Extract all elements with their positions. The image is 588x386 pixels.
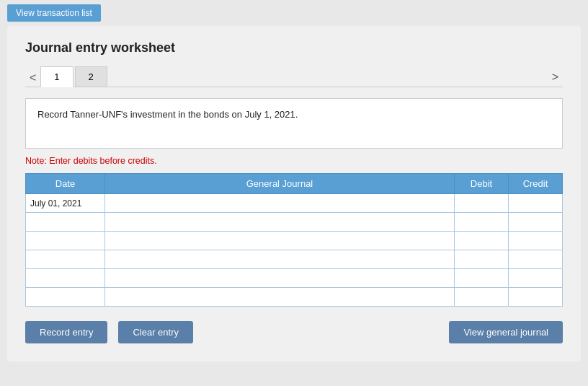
col-header-date: Date <box>26 174 105 194</box>
credit-cell <box>509 269 563 288</box>
debit-input[interactable] <box>455 288 508 306</box>
journal-input[interactable] <box>105 194 454 212</box>
date-cell <box>26 269 105 288</box>
worksheet-title: Journal entry worksheet <box>25 40 563 56</box>
debit-cell <box>455 213 509 232</box>
credit-cell <box>509 213 563 232</box>
tab-1[interactable]: 1 <box>40 66 73 87</box>
credit-cell <box>509 194 563 213</box>
debit-cell <box>455 194 509 213</box>
credit-input[interactable] <box>509 269 562 287</box>
date-cell: July 01, 2021 <box>26 194 105 213</box>
credit-input[interactable] <box>509 232 562 250</box>
date-input[interactable] <box>26 250 104 268</box>
debit-input[interactable] <box>455 213 508 231</box>
clear-entry-button[interactable]: Clear entry <box>118 321 193 343</box>
journal-cell <box>105 232 455 250</box>
table-row <box>26 269 563 288</box>
date-cell <box>26 232 105 250</box>
credit-input[interactable] <box>509 288 562 306</box>
journal-table: Date General Journal Debit Credit July 0… <box>25 173 563 307</box>
debit-input[interactable] <box>455 269 508 287</box>
col-header-debit: Debit <box>455 174 509 194</box>
debit-input[interactable] <box>455 250 508 268</box>
journal-input[interactable] <box>105 213 454 231</box>
date-cell <box>26 213 105 232</box>
date-input[interactable] <box>26 269 104 287</box>
credit-cell <box>509 232 563 250</box>
debit-cell <box>455 269 509 288</box>
col-header-credit: Credit <box>509 174 563 194</box>
table-row <box>26 232 563 250</box>
date-input[interactable] <box>26 232 104 250</box>
table-row <box>26 288 563 307</box>
view-transaction-button[interactable]: View transaction list <box>7 4 101 22</box>
tab-prev-button[interactable]: < <box>25 69 40 87</box>
journal-cell <box>105 194 455 213</box>
date-cell <box>26 250 105 269</box>
journal-input[interactable] <box>105 269 454 287</box>
journal-cell <box>105 213 455 232</box>
debit-cell <box>455 250 509 269</box>
buttons-row: Record entry Clear entry View general jo… <box>25 321 563 343</box>
journal-cell <box>105 269 455 288</box>
tab-next-button[interactable]: > <box>548 68 563 87</box>
note-text: Note: Enter debits before credits. <box>25 156 563 166</box>
tab-2[interactable]: 2 <box>75 66 107 87</box>
tabs-row: < 1 2 > <box>25 66 563 87</box>
table-row <box>26 250 563 269</box>
date-input[interactable] <box>26 213 104 231</box>
instruction-box: Record Tanner-UNF's investment in the bo… <box>25 98 563 149</box>
date-cell <box>26 288 105 307</box>
debit-input[interactable] <box>455 232 508 250</box>
credit-input[interactable] <box>509 250 562 268</box>
journal-cell <box>105 250 455 269</box>
record-entry-button[interactable]: Record entry <box>25 321 107 343</box>
debit-cell <box>455 288 509 307</box>
credit-cell <box>509 288 563 307</box>
credit-input[interactable] <box>509 213 562 231</box>
col-header-journal: General Journal <box>105 174 455 194</box>
journal-cell <box>105 288 455 307</box>
debit-cell <box>455 232 509 250</box>
table-row <box>26 213 563 232</box>
date-input[interactable] <box>26 288 104 306</box>
view-general-journal-button[interactable]: View general journal <box>449 321 563 343</box>
debit-input[interactable] <box>455 194 508 212</box>
journal-input[interactable] <box>105 232 454 250</box>
credit-input[interactable] <box>509 194 562 212</box>
table-row: July 01, 2021 <box>26 194 563 213</box>
journal-input[interactable] <box>105 288 454 306</box>
credit-cell <box>509 250 563 269</box>
worksheet-container: Journal entry worksheet < 1 2 > Record T… <box>7 26 581 361</box>
journal-input[interactable] <box>105 250 454 268</box>
